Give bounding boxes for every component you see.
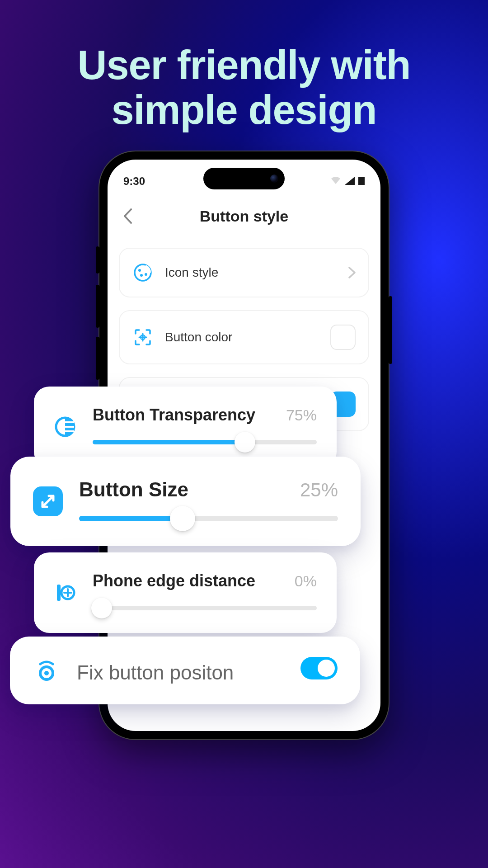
slider-value: 0% [295,572,317,590]
svg-point-14 [44,671,49,675]
transparency-slider[interactable] [93,436,317,448]
cellular-icon [345,175,355,188]
svg-rect-0 [358,177,365,185]
slider-fill [79,516,183,521]
resize-icon [33,486,63,516]
card-fix-position: Fix button positon [10,637,360,704]
front-camera [270,175,278,183]
palette-icon [132,262,153,283]
toggle-label: Fix button positon [77,661,234,684]
slider-label: Button Transparency [93,406,255,425]
svg-rect-10 [65,430,74,432]
svg-point-3 [140,274,143,277]
svg-rect-11 [57,585,61,601]
svg-rect-8 [65,421,74,423]
page-title: Button style [119,208,369,225]
row-button-color[interactable]: Button color [119,310,369,364]
svg-point-2 [138,269,141,272]
dynamic-island [203,168,285,189]
screen-header: Button style [119,203,369,230]
battery-icon [358,175,365,188]
row-label: Icon style [165,265,348,280]
slider-label: Phone edge distance [93,571,255,590]
row-label: Button color [165,330,330,344]
slider-track [93,606,317,610]
slider-thumb[interactable] [91,598,112,618]
svg-rect-9 [65,426,74,428]
row-icon-style[interactable]: Icon style [119,248,369,297]
slider-label: Button Size [79,478,188,501]
hero-title: User friendly with simple design [0,43,488,132]
chevron-left-icon [123,208,133,224]
phone-side-button [96,285,99,328]
edge-slider[interactable] [93,602,317,614]
size-slider[interactable] [79,513,338,524]
slider-thumb[interactable] [235,432,255,453]
hero-line-2: simple design [0,88,488,132]
selection-frame-icon [132,327,153,348]
chevron-right-icon [348,267,356,278]
pin-icon [33,656,61,684]
phone-side-button [96,337,99,380]
slider-fill [93,440,245,444]
color-swatch-empty[interactable] [330,325,356,350]
card-button-size: Button Size 25% [10,457,361,546]
wifi-icon [330,175,341,188]
slider-value: 75% [286,406,317,424]
phone-side-button [96,246,99,274]
card-edge-distance: Phone edge distance 0% [34,552,337,633]
hero-line-1: User friendly with [0,43,488,88]
transparency-icon [54,415,76,438]
edge-distance-icon [54,581,76,604]
slider-thumb[interactable] [170,506,195,531]
phone-side-button [389,296,392,364]
back-button[interactable] [119,207,137,225]
slider-value: 25% [300,479,338,501]
status-time: 9:30 [123,175,145,188]
fix-position-toggle[interactable] [300,657,338,679]
svg-point-4 [145,273,147,276]
card-button-transparency: Button Transparency 75% [34,387,337,467]
